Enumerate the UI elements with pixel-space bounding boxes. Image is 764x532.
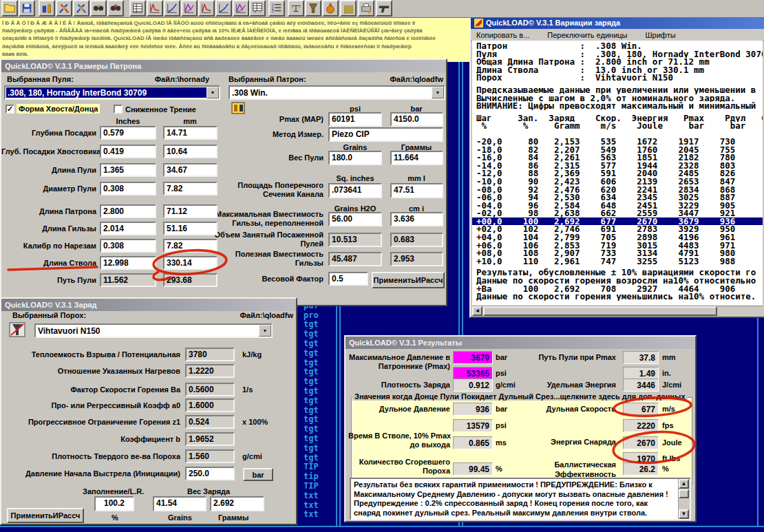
bar-unit-button[interactable]: bar xyxy=(243,468,273,481)
dimension-inches-field[interactable]: 2.014 xyxy=(100,222,156,235)
bullet-select-value: .308, 180, Hornady InterBond 30709 xyxy=(6,87,207,98)
firearm-icon[interactable] xyxy=(376,0,392,17)
dimension-inches-field[interactable]: 1.365 xyxy=(100,163,156,177)
results-warning-box[interactable]: Результаты без всяких гарантий применимо… xyxy=(350,478,691,520)
powder-label: Выбранный Порох: xyxy=(12,311,86,319)
barrel-time-value: 0.865 xyxy=(453,436,493,449)
charge-list-icon[interactable]: 123 xyxy=(268,0,285,17)
scrollbar-thumb[interactable] xyxy=(679,489,689,498)
case-capacity-cm-field[interactable]: 3.636 xyxy=(390,212,443,226)
edit-cartridge-icon[interactable] xyxy=(73,0,89,17)
variations-window-titlebar[interactable]: QuickLOAD© V.3.1 Вариации заряда xyxy=(471,17,764,29)
powder-flask-icon[interactable] xyxy=(322,0,339,17)
dimension-inches-field[interactable]: 0.308 xyxy=(100,239,156,253)
case-capacity-gr-field[interactable]: 56.00 xyxy=(328,212,382,226)
print-data-icon[interactable] xyxy=(358,0,374,17)
scroll-up-icon[interactable]: ▲ xyxy=(679,479,689,489)
menu-fonts[interactable]: Шрифты xyxy=(645,31,675,39)
charge-row-label: Коэффициент b xyxy=(1,435,180,443)
scrollbar-thumb[interactable] xyxy=(483,306,717,316)
velocity-chart2-icon[interactable] xyxy=(215,0,232,17)
pmax-psi-field[interactable]: 60191 xyxy=(328,112,382,127)
charge-row-unit: g/cmi xyxy=(242,452,262,460)
weight-factor-field[interactable]: 0.5 xyxy=(328,272,368,286)
dimensions-window-titlebar[interactable]: QuickLOAD© V.3.1 Размеры Патрона xyxy=(1,60,446,72)
velocity-chart-icon[interactable] xyxy=(164,0,180,17)
variations-text-line: -02,0 98 2,638 662 2559 3447 921 xyxy=(476,209,763,217)
pressure-chart-icon[interactable] xyxy=(147,0,163,17)
dimension-mm-field[interactable]: 330.14 xyxy=(163,256,217,270)
powder-measure-icon[interactable] xyxy=(305,0,321,17)
menu-switch-units[interactable]: Переключить единицы xyxy=(547,31,627,39)
powder-scale-icon[interactable] xyxy=(288,0,304,17)
charge-gramms-field[interactable]: 2.692 xyxy=(210,496,264,511)
method-field[interactable]: Piezo CIP xyxy=(328,127,443,142)
dimension-mm-field[interactable]: 7.82 xyxy=(163,182,217,195)
variations-horizontal-scrollbar[interactable]: ◄ xyxy=(472,306,763,317)
bullet-travel-label: Путь Пули при Pmax xyxy=(518,353,616,361)
edit-bullet-icon[interactable] xyxy=(56,0,72,17)
results-warning-text: Результаты без всяких гарантий применимо… xyxy=(354,480,676,518)
powder-select[interactable]: Vihtavuori N150 ▼ xyxy=(34,323,273,338)
dimension-mm-field[interactable]: 10.64 xyxy=(163,145,217,158)
quickload-logo-icon xyxy=(474,19,483,28)
muzzle-values-group-title[interactable]: Значения когда Донце Пули Покидает Дульн… xyxy=(352,392,688,401)
bore-area-mm-field[interactable]: 47.51 xyxy=(390,183,443,198)
charge-grains-field[interactable]: 41.54 xyxy=(153,496,206,511)
scroll-down-icon[interactable]: ▼ xyxy=(679,509,689,519)
muzzle-pressure-label: Дульное Давление xyxy=(348,405,450,413)
apply-calculate-button[interactable]: ПрименитьИРассч xyxy=(372,272,445,288)
tail-shape-checkbox[interactable]: ✓ xyxy=(6,105,14,114)
pmax-result-label: Максимальное Давление в xyxy=(348,353,450,361)
cartridges-icon[interactable] xyxy=(340,0,357,17)
menu-copy-to[interactable]: Копировать в... xyxy=(476,31,529,39)
save-icon[interactable] xyxy=(19,0,35,17)
scroll-left-icon[interactable]: ◄ xyxy=(472,306,482,316)
loading-density-unit: g/cmi xyxy=(496,381,516,389)
dimension-inches-field[interactable]: 12.998 xyxy=(100,256,156,270)
tail-shape-checkbox-label[interactable]: Форма Хвоста/Донца xyxy=(17,104,100,114)
bore-area-in-field[interactable]: .073641 xyxy=(328,183,382,198)
charge-value-field[interactable]: 250.0 xyxy=(185,467,235,480)
open-file-icon[interactable] xyxy=(1,0,18,17)
combined-chart2-icon[interactable] xyxy=(233,0,249,17)
pmax-bar-field[interactable]: 4150.0 xyxy=(390,112,443,127)
dimension-inches-field[interactable]: 0.419 xyxy=(100,145,156,158)
results-window-titlebar[interactable]: QuickLOAD© V.3.1 Результаты xyxy=(346,337,695,349)
dimension-mm-field[interactable]: 7.82 xyxy=(163,239,217,253)
charge-window-titlebar[interactable]: QuickLOAD© V.3.1 Заряд xyxy=(1,299,296,311)
dimension-mm-field[interactable]: 14.71 xyxy=(163,126,217,140)
chevron-down-icon[interactable]: ▼ xyxy=(259,325,271,337)
dimension-mm-field[interactable]: 71.12 xyxy=(163,204,217,218)
charge-window-title: QuickLOAD© V.3.1 Заряд xyxy=(5,301,97,309)
chevron-down-icon[interactable]: ▼ xyxy=(432,87,444,98)
dimension-inches-field[interactable]: 2.800 xyxy=(100,204,156,218)
cartridge-select[interactable]: .308 Win. ▼ xyxy=(229,85,445,100)
dimension-inches-field[interactable]: 0.579 xyxy=(100,126,156,140)
search-cartridge-icon[interactable] xyxy=(107,0,124,17)
desktop-file-item: tgt xyxy=(304,425,319,434)
pressure-chart2-icon[interactable] xyxy=(198,0,215,17)
data-table-icon[interactable] xyxy=(129,0,146,17)
search-bullet-icon[interactable] xyxy=(90,0,107,17)
reduced-friction-checkbox[interactable] xyxy=(114,105,123,114)
toolbar: +− 123 xyxy=(0,0,764,18)
desktop: potpdfprotgttgttgttgttgttgttgttgttgttgtt… xyxy=(0,0,764,532)
bullet-select[interactable]: .308, 180, Hornady InterBond 30709 ▼ xyxy=(4,85,220,100)
results-warning-scrollbar[interactable]: ▲ ▼ xyxy=(678,479,690,519)
desktop-file-item: tgt xyxy=(304,444,319,454)
dimension-mm-field[interactable]: 51.16 xyxy=(163,222,217,235)
dimension-mm-field: 293.68 xyxy=(163,273,217,287)
bullet-weight-gramms-field[interactable]: 11.664 xyxy=(390,151,443,165)
apply-calculate-button[interactable]: ПрименитьИРассч xyxy=(7,508,84,523)
fill-ratio-field[interactable]: 100.2 xyxy=(94,496,134,511)
bullet-database-icon[interactable] xyxy=(39,0,55,17)
combined-chart-icon[interactable] xyxy=(181,0,198,17)
powder-measure-icon[interactable] xyxy=(8,321,26,338)
chevron-down-icon[interactable]: ▼ xyxy=(206,87,219,98)
dimension-inches-field[interactable]: 0.308 xyxy=(100,182,156,195)
table-adjust-icon[interactable]: +− xyxy=(249,0,266,17)
reduced-friction-checkbox-label[interactable]: Сниженное Трение xyxy=(125,105,196,114)
bullet-weight-grains-field[interactable]: 180.0 xyxy=(328,151,382,165)
dimension-mm-field[interactable]: 34.67 xyxy=(163,163,217,177)
